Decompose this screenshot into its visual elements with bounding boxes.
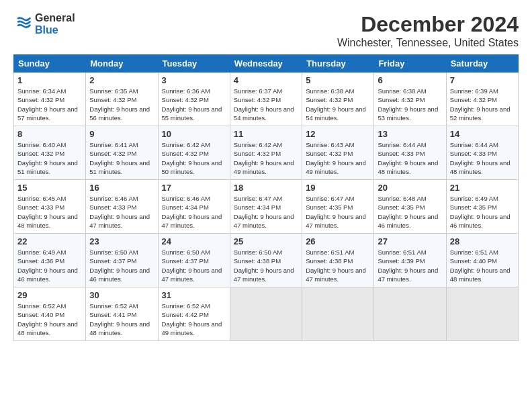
day-number: 18 [234,183,298,193]
week-row-1: 1 Sunrise: 6:34 AMSunset: 4:32 PMDayligh… [14,73,519,126]
day-cell-30: 30 Sunrise: 6:52 AMSunset: 4:41 PMDaylig… [86,287,158,341]
day-number: 16 [89,183,154,193]
day-number: 19 [306,183,370,193]
day-number: 24 [162,236,226,246]
day-number: 28 [450,236,515,246]
day-cell-29: 29 Sunrise: 6:52 AMSunset: 4:40 PMDaylig… [14,287,86,341]
day-cell-3: 3 Sunrise: 6:36 AMSunset: 4:32 PMDayligh… [158,73,230,126]
day-info: Sunrise: 6:38 AMSunset: 4:32 PMDaylight:… [306,87,366,122]
day-cell-27: 27 Sunrise: 6:51 AMSunset: 4:39 PMDaylig… [374,234,446,287]
week-row-3: 15 Sunrise: 6:45 AMSunset: 4:33 PMDaylig… [14,180,519,234]
day-cell-21: 21 Sunrise: 6:49 AMSunset: 4:35 PMDaylig… [446,180,518,234]
day-number: 9 [89,129,154,139]
day-info: Sunrise: 6:52 AMSunset: 4:41 PMDaylight:… [89,302,150,336]
day-number: 31 [162,290,226,300]
day-number: 11 [234,129,298,139]
day-info: Sunrise: 6:43 AMSunset: 4:32 PMDaylight:… [306,141,366,175]
day-number: 2 [89,75,154,85]
day-cell-17: 17 Sunrise: 6:46 AMSunset: 4:34 PMDaylig… [158,180,230,234]
day-info: Sunrise: 6:50 AMSunset: 4:37 PMDaylight:… [89,248,150,283]
day-info: Sunrise: 6:40 AMSunset: 4:32 PMDaylight:… [17,141,78,175]
day-number: 26 [306,236,370,246]
day-info: Sunrise: 6:41 AMSunset: 4:32 PMDaylight:… [89,141,150,175]
day-number: 6 [378,75,442,85]
day-cell-18: 18 Sunrise: 6:47 AMSunset: 4:34 PMDaylig… [230,180,302,234]
day-number: 30 [89,290,154,300]
day-number: 4 [234,75,298,85]
day-cell-12: 12 Sunrise: 6:43 AMSunset: 4:32 PMDaylig… [302,126,374,180]
day-cell-6: 6 Sunrise: 6:38 AMSunset: 4:32 PMDayligh… [374,73,446,126]
day-cell-5: 5 Sunrise: 6:38 AMSunset: 4:32 PMDayligh… [302,73,374,126]
day-number: 27 [378,236,442,246]
day-info: Sunrise: 6:35 AMSunset: 4:32 PMDaylight:… [89,87,150,122]
day-info: Sunrise: 6:47 AMSunset: 4:34 PMDaylight:… [234,195,294,229]
day-info: Sunrise: 6:45 AMSunset: 4:33 PMDaylight:… [17,195,78,229]
day-info: Sunrise: 6:51 AMSunset: 4:40 PMDaylight:… [450,248,511,283]
header: General Blue December 2024 Winchester, T… [13,12,519,49]
day-number: 22 [17,236,82,246]
day-cell-23: 23 Sunrise: 6:50 AMSunset: 4:37 PMDaylig… [86,234,158,287]
empty-cell [374,287,446,341]
day-info: Sunrise: 6:34 AMSunset: 4:32 PMDaylight:… [17,87,78,122]
header-tuesday: Tuesday [158,55,230,73]
day-cell-31: 31 Sunrise: 6:52 AMSunset: 4:42 PMDaylig… [158,287,230,341]
day-cell-8: 8 Sunrise: 6:40 AMSunset: 4:32 PMDayligh… [14,126,86,180]
day-info: Sunrise: 6:50 AMSunset: 4:37 PMDaylight:… [162,248,222,283]
day-info: Sunrise: 6:38 AMSunset: 4:32 PMDaylight:… [378,87,438,122]
day-info: Sunrise: 6:39 AMSunset: 4:32 PMDaylight:… [450,87,511,122]
day-cell-1: 1 Sunrise: 6:34 AMSunset: 4:32 PMDayligh… [14,73,86,126]
header-friday: Friday [374,55,446,73]
day-number: 10 [162,129,226,139]
day-info: Sunrise: 6:37 AMSunset: 4:32 PMDaylight:… [234,87,294,122]
day-info: Sunrise: 6:36 AMSunset: 4:32 PMDaylight:… [162,87,222,122]
empty-cell [230,287,302,341]
day-number: 5 [306,75,370,85]
week-row-2: 8 Sunrise: 6:40 AMSunset: 4:32 PMDayligh… [14,126,519,180]
day-number: 13 [378,129,442,139]
day-info: Sunrise: 6:46 AMSunset: 4:33 PMDaylight:… [89,195,150,229]
day-cell-9: 9 Sunrise: 6:41 AMSunset: 4:32 PMDayligh… [86,126,158,180]
day-number: 20 [378,183,442,193]
header-saturday: Saturday [446,55,518,73]
day-number: 1 [17,75,82,85]
logo-general-text: General [35,12,75,24]
week-row-5: 29 Sunrise: 6:52 AMSunset: 4:40 PMDaylig… [14,287,519,341]
day-info: Sunrise: 6:51 AMSunset: 4:39 PMDaylight:… [378,248,438,283]
day-cell-2: 2 Sunrise: 6:35 AMSunset: 4:32 PMDayligh… [86,73,158,126]
day-cell-24: 24 Sunrise: 6:50 AMSunset: 4:37 PMDaylig… [158,234,230,287]
logo: General Blue [13,12,75,36]
day-cell-14: 14 Sunrise: 6:44 AMSunset: 4:33 PMDaylig… [446,126,518,180]
day-info: Sunrise: 6:52 AMSunset: 4:42 PMDaylight:… [162,302,222,336]
empty-cell [302,287,374,341]
day-cell-16: 16 Sunrise: 6:46 AMSunset: 4:33 PMDaylig… [86,180,158,234]
day-cell-20: 20 Sunrise: 6:48 AMSunset: 4:35 PMDaylig… [374,180,446,234]
day-info: Sunrise: 6:47 AMSunset: 4:35 PMDaylight:… [306,195,366,229]
day-info: Sunrise: 6:51 AMSunset: 4:38 PMDaylight:… [306,248,366,283]
day-cell-19: 19 Sunrise: 6:47 AMSunset: 4:35 PMDaylig… [302,180,374,234]
location-title: Winchester, Tennessee, United States [337,37,519,49]
header-sunday: Sunday [14,55,86,73]
day-number: 8 [17,129,82,139]
header-thursday: Thursday [302,55,374,73]
day-info: Sunrise: 6:52 AMSunset: 4:40 PMDaylight:… [17,302,78,336]
day-cell-15: 15 Sunrise: 6:45 AMSunset: 4:33 PMDaylig… [14,180,86,234]
day-number: 3 [162,75,226,85]
day-number: 29 [17,290,82,300]
day-info: Sunrise: 6:48 AMSunset: 4:35 PMDaylight:… [378,195,438,229]
day-info: Sunrise: 6:42 AMSunset: 4:32 PMDaylight:… [162,141,222,175]
day-cell-11: 11 Sunrise: 6:42 AMSunset: 4:32 PMDaylig… [230,126,302,180]
day-info: Sunrise: 6:50 AMSunset: 4:38 PMDaylight:… [234,248,294,283]
day-cell-25: 25 Sunrise: 6:50 AMSunset: 4:38 PMDaylig… [230,234,302,287]
day-number: 25 [234,236,298,246]
day-number: 23 [89,236,154,246]
logo-icon [13,15,32,34]
day-cell-26: 26 Sunrise: 6:51 AMSunset: 4:38 PMDaylig… [302,234,374,287]
month-title: December 2024 [337,12,519,37]
day-cell-28: 28 Sunrise: 6:51 AMSunset: 4:40 PMDaylig… [446,234,518,287]
day-info: Sunrise: 6:44 AMSunset: 4:33 PMDaylight:… [450,141,511,175]
header-wednesday: Wednesday [230,55,302,73]
day-info: Sunrise: 6:49 AMSunset: 4:36 PMDaylight:… [17,248,78,283]
day-cell-7: 7 Sunrise: 6:39 AMSunset: 4:32 PMDayligh… [446,73,518,126]
day-number: 14 [450,129,515,139]
day-cell-10: 10 Sunrise: 6:42 AMSunset: 4:32 PMDaylig… [158,126,230,180]
